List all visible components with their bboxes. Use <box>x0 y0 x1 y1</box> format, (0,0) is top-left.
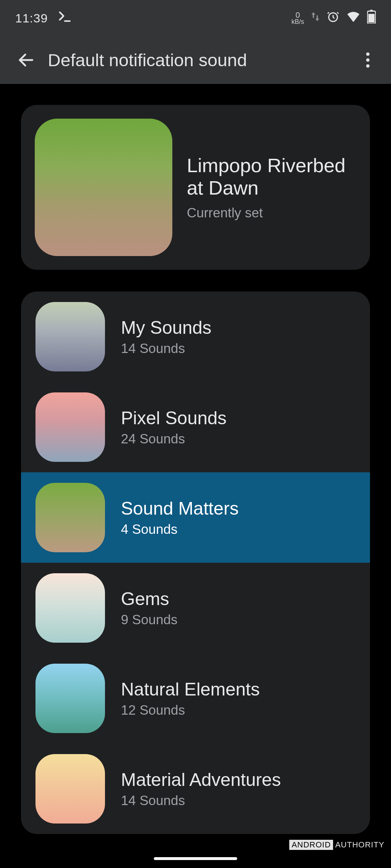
category-text: Material Adventures 14 Sounds <box>121 769 281 808</box>
category-title: Pixel Sounds <box>121 408 227 429</box>
page-title: Default notification sound <box>48 50 357 70</box>
sound-categories-list: My Sounds 14 Sounds Pixel Sounds 24 Soun… <box>21 292 370 834</box>
current-sound-title: Limpopo Riverbed at Dawn <box>187 154 356 199</box>
category-art <box>35 302 105 371</box>
more-vert-icon <box>366 52 370 68</box>
category-subtitle: 24 Sounds <box>121 431 227 447</box>
svg-rect-3 <box>370 10 373 12</box>
category-subtitle: 9 Sounds <box>121 612 177 627</box>
current-sound-card[interactable]: Limpopo Riverbed at Dawn Currently set <box>21 105 370 270</box>
content-area: Limpopo Riverbed at Dawn Currently set M… <box>0 84 391 834</box>
category-art <box>35 664 105 733</box>
category-art <box>35 392 105 462</box>
category-subtitle: 12 Sounds <box>121 703 260 718</box>
category-text: Natural Elements 12 Sounds <box>121 679 260 718</box>
category-art <box>35 754 105 824</box>
watermark-suffix: AUTHORITY <box>335 840 384 850</box>
current-sound-subtitle: Currently set <box>187 205 356 221</box>
status-time: 11:39 <box>15 11 48 25</box>
category-item-sound-matters[interactable]: Sound Matters 4 Sounds <box>21 472 370 563</box>
current-sound-text: Limpopo Riverbed at Dawn Currently set <box>187 154 356 221</box>
watermark: ANDROID AUTHORITY <box>289 840 384 850</box>
category-text: My Sounds 14 Sounds <box>121 317 211 356</box>
category-text: Sound Matters 4 Sounds <box>121 498 239 537</box>
svg-point-8 <box>366 64 369 68</box>
category-item-natural-elements[interactable]: Natural Elements 12 Sounds <box>21 653 370 744</box>
data-arrows-icon <box>311 10 320 26</box>
svg-rect-4 <box>368 14 374 22</box>
battery-icon <box>367 10 376 26</box>
category-item-pixel-sounds[interactable]: Pixel Sounds 24 Sounds <box>21 382 370 472</box>
status-right: 0 kB/s <box>291 10 376 26</box>
network-speed: 0 kB/s <box>291 12 304 25</box>
category-text: Pixel Sounds 24 Sounds <box>121 408 227 447</box>
terminal-icon <box>57 9 72 27</box>
category-art <box>35 483 105 552</box>
category-subtitle: 4 Sounds <box>121 522 239 537</box>
alarm-icon <box>327 10 340 26</box>
back-button[interactable] <box>12 46 40 74</box>
svg-point-7 <box>366 58 369 61</box>
category-item-material-adventures[interactable]: Material Adventures 14 Sounds <box>21 744 370 834</box>
category-title: Sound Matters <box>121 498 239 519</box>
category-title: Natural Elements <box>121 679 260 700</box>
svg-point-6 <box>366 52 369 56</box>
category-item-my-sounds[interactable]: My Sounds 14 Sounds <box>21 292 370 382</box>
category-subtitle: 14 Sounds <box>121 793 281 808</box>
app-bar: Default notification sound <box>0 36 391 84</box>
category-art <box>35 573 105 643</box>
category-title: Material Adventures <box>121 769 281 790</box>
category-subtitle: 14 Sounds <box>121 341 211 356</box>
status-bar: 11:39 0 kB/s <box>0 0 391 36</box>
category-title: Gems <box>121 588 177 609</box>
category-text: Gems 9 Sounds <box>121 588 177 627</box>
category-item-gems[interactable]: Gems 9 Sounds <box>21 563 370 653</box>
status-left: 11:39 <box>15 9 72 27</box>
category-title: My Sounds <box>121 317 211 338</box>
overflow-menu-button[interactable] <box>357 49 379 71</box>
wifi-icon <box>346 10 361 26</box>
current-sound-art <box>35 119 172 256</box>
watermark-brand: ANDROID <box>289 840 333 850</box>
arrow-left-icon <box>17 51 35 69</box>
home-indicator[interactable] <box>154 857 237 860</box>
